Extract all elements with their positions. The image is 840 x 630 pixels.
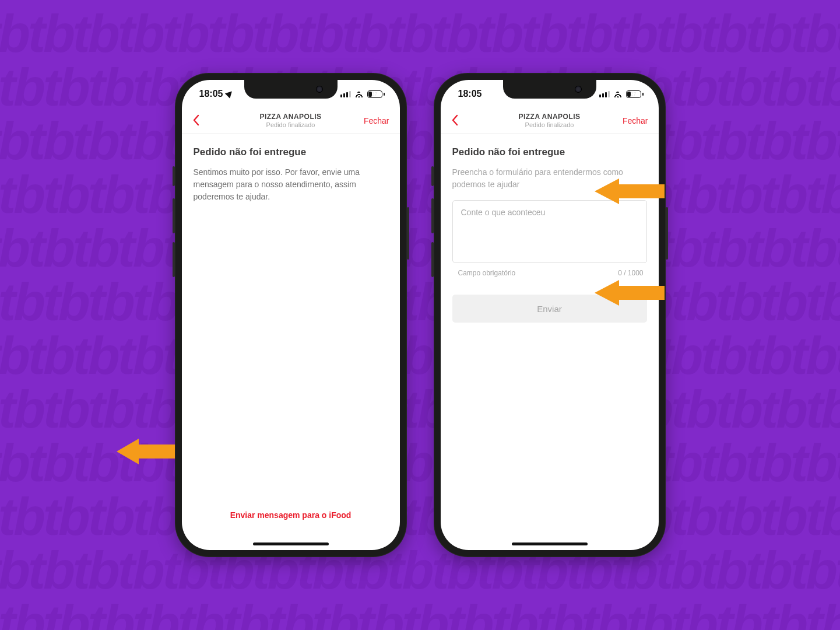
char-counter: 0 / 1000 (618, 269, 643, 277)
close-button[interactable]: Fechar (364, 116, 389, 125)
phone-frame-left: 18:05 27 PIZZA ANAPOLIS (175, 73, 407, 557)
front-camera-icon (317, 86, 322, 92)
submit-button[interactable]: Enviar (452, 295, 647, 323)
front-camera-icon (575, 86, 581, 92)
notch (503, 80, 596, 99)
battery-percent: 27 (630, 91, 636, 97)
battery-icon: 27 (367, 90, 385, 98)
chevron-left-icon (192, 114, 199, 126)
home-indicator[interactable] (512, 542, 588, 545)
cellular-icon (340, 90, 351, 97)
required-label: Campo obrigatório (458, 269, 516, 277)
back-button[interactable] (192, 113, 206, 128)
home-indicator[interactable] (253, 542, 329, 545)
page-heading: Pedido não foi entregue (194, 146, 388, 158)
status-time: 18:05 (199, 89, 223, 99)
send-message-link[interactable]: Enviar mensagem para o iFood (194, 503, 388, 543)
battery-percent: 27 (371, 91, 377, 97)
status-time: 18:05 (458, 89, 482, 99)
message-textarea[interactable] (452, 200, 647, 263)
screen-left: 18:05 27 PIZZA ANAPOLIS (182, 80, 400, 550)
wifi-icon (613, 90, 623, 97)
content-left: Pedido não foi entregue Sentimos muito p… (182, 134, 400, 550)
back-button[interactable] (451, 113, 465, 128)
wifi-icon (354, 90, 364, 97)
page-body-text: Preencha o formulário para entendermos c… (452, 166, 647, 191)
battery-icon: 27 (626, 90, 644, 98)
content-right: Pedido não foi entregue Preencha o formu… (441, 134, 659, 550)
location-icon (225, 89, 234, 98)
navbar: PIZZA ANAPOLIS Pedido finalizado Fechar (441, 108, 659, 134)
close-button[interactable]: Fechar (623, 116, 648, 125)
chevron-left-icon (451, 114, 458, 126)
cellular-icon (599, 90, 610, 97)
notch (244, 80, 338, 99)
phone-frame-right: 18:05 27 PIZZA ANAPOLIS Pedido (434, 73, 666, 557)
navbar: PIZZA ANAPOLIS Pedido finalizado Fechar (182, 108, 400, 134)
page-heading: Pedido não foi entregue (452, 146, 647, 158)
screen-right: 18:05 27 PIZZA ANAPOLIS Pedido (441, 80, 659, 550)
page-body-text: Sentimos muito por isso. Por favor, envi… (194, 166, 388, 203)
